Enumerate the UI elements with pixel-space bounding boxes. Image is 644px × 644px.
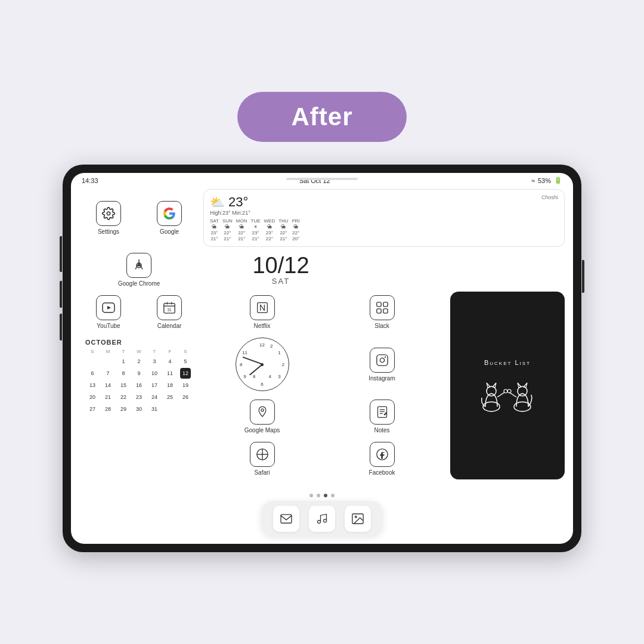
volume-down-button[interactable] <box>60 314 62 340</box>
status-time: 14:33 <box>82 177 98 184</box>
svg-marker-7 <box>107 306 111 309</box>
right-col: Bucket List <box>445 292 565 479</box>
row-clock-instagram: 12 1 2 3 6 9 8 11 2 4 <box>203 334 441 395</box>
svg-marker-36 <box>493 383 496 388</box>
weather-icon: ⛅ <box>210 195 225 209</box>
weather-main: ⛅ 23° High:23° Min:21° <box>210 194 250 216</box>
row-maps-notes: Google Maps <box>203 396 441 437</box>
wifi-icon: ≈ <box>531 177 535 184</box>
svg-line-42 <box>509 392 516 397</box>
svg-point-22 <box>385 357 385 357</box>
dock-music[interactable] <box>309 506 335 532</box>
svg-point-49 <box>355 516 357 518</box>
youtube-label: YouTube <box>97 323 120 329</box>
svg-rect-24 <box>377 407 386 417</box>
svg-point-23 <box>261 409 263 411</box>
date-widget: 10/12 SAT <box>203 252 358 288</box>
slack-app[interactable]: Slack <box>323 292 441 333</box>
yt-cal-row: YouTube 31 <box>79 292 199 333</box>
tablet-screen: 14:33 Sat Oct 12 ≈ 53% 🔋 <box>71 173 573 544</box>
forecast-thu: THU 🌦 22° 21° <box>278 218 288 242</box>
cats-illustration <box>469 371 546 413</box>
top-notch <box>286 178 358 180</box>
instagram-icon <box>370 348 395 373</box>
dock-photos[interactable] <box>345 506 371 532</box>
today-date: 12 <box>180 368 191 379</box>
svg-point-21 <box>380 358 384 362</box>
mid-center: Netflix Slack <box>203 292 441 479</box>
netflix-app[interactable]: Netflix <box>203 292 321 333</box>
mid-left: YouTube 31 <box>79 292 199 479</box>
bucket-list-title: Bucket List <box>484 359 531 366</box>
safari-app[interactable]: Safari <box>203 438 321 479</box>
instagram-app[interactable]: Instagram <box>323 334 441 395</box>
weather-top: ⛅ 23° High:23° Min:21° Choshi <box>210 194 558 216</box>
calendar-label: Calendar <box>157 323 182 329</box>
volume-up-button[interactable] <box>60 281 62 308</box>
svg-rect-17 <box>383 302 387 306</box>
forecast-sat-low: 21° <box>210 236 218 242</box>
after-badge: After <box>237 92 406 142</box>
weather-temp: 23° <box>228 194 248 210</box>
svg-marker-35 <box>487 383 490 388</box>
calendar-app[interactable]: 31 Calendar <box>140 292 199 333</box>
svg-text:31: 31 <box>167 308 172 312</box>
notes-app[interactable]: Notes <box>323 396 441 437</box>
notes-label: Notes <box>374 427 389 434</box>
row-safari-facebook: Safari Facebook <box>203 438 441 479</box>
svg-point-47 <box>324 519 327 522</box>
svg-rect-45 <box>281 515 292 523</box>
page-indicators <box>309 494 335 497</box>
settings-label: Settings <box>98 228 119 235</box>
svg-rect-19 <box>383 309 387 313</box>
svg-point-43 <box>504 389 507 393</box>
maps-icon <box>250 400 275 425</box>
top-left-apps: Settings Google <box>79 189 199 247</box>
netflix-label: Netflix <box>254 323 271 329</box>
maps-label: Google Maps <box>244 427 280 434</box>
svg-rect-16 <box>376 302 380 306</box>
clock-face: 12 1 2 3 6 9 8 11 2 4 <box>236 338 289 391</box>
svg-line-41 <box>497 392 504 397</box>
main-layout: Settings Google <box>71 185 573 541</box>
maps-app[interactable]: Google Maps <box>203 396 321 437</box>
svg-rect-18 <box>376 309 380 313</box>
svg-point-0 <box>107 212 110 215</box>
youtube-icon <box>96 295 121 320</box>
svg-marker-40 <box>524 383 527 388</box>
calendar-widget: OCTOBER S M T W T F S 1 <box>79 335 199 418</box>
svg-point-46 <box>318 521 321 524</box>
chrome-app[interactable]: Google Chrome <box>79 252 199 288</box>
forecast-sat-icon: 🌦 <box>212 224 216 230</box>
facebook-app[interactable]: Facebook <box>323 438 441 479</box>
calendar-grid: S M T W T F S 1 2 3 <box>85 348 193 414</box>
page-dot-4 <box>331 494 335 497</box>
google-app[interactable]: Google <box>140 189 199 247</box>
forecast-tue: TUE ☀ 23° 21° <box>251 218 261 242</box>
page-dot-2 <box>317 494 320 497</box>
dock-mail[interactable] <box>273 506 299 532</box>
calendar-month: OCTOBER <box>85 339 193 346</box>
tablet-device: 14:33 Sat Oct 12 ≈ 53% 🔋 <box>63 165 581 552</box>
weather-highlow: High:23° Min:21° <box>210 210 250 216</box>
dock-area <box>261 494 383 537</box>
battery-level: 53% <box>538 177 551 184</box>
power-button[interactable] <box>582 260 584 293</box>
google-icon <box>157 201 182 226</box>
slack-label: Slack <box>374 323 389 329</box>
clock-minute-hand <box>242 357 262 364</box>
safari-icon <box>250 442 275 467</box>
google-label: Google <box>160 228 179 235</box>
weather-location: Choshi <box>541 194 558 200</box>
date-number: 10/12 <box>252 254 309 277</box>
forecast-sat-high: 23° <box>210 230 218 236</box>
svg-marker-39 <box>518 383 521 388</box>
forecast-sun: SUN 🌦 22° 21° <box>222 218 233 242</box>
youtube-app[interactable]: YouTube <box>79 292 138 333</box>
svg-rect-20 <box>376 354 387 365</box>
notes-icon <box>370 400 395 425</box>
settings-icon <box>96 201 121 226</box>
weather-forecast: SAT 🌦 23° 21° SUN 🌦 22° 21° MON <box>210 218 558 242</box>
settings-app[interactable]: Settings <box>79 189 138 247</box>
forecast-sat: SAT 🌦 23° 21° <box>210 218 219 242</box>
